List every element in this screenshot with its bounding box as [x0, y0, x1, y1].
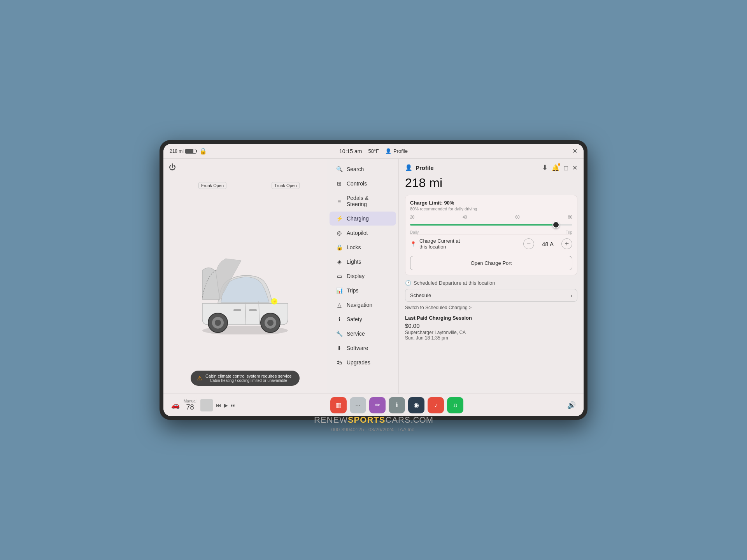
trunk-label: Trunk Open [272, 182, 300, 189]
decrease-current-button[interactable]: − [523, 238, 534, 249]
profile-display[interactable]: 👤 Profile [385, 148, 408, 154]
charge-current-text: Charge Current atthis location [419, 238, 460, 250]
menu-item-pedals[interactable]: ≡ Pedals & Steering [330, 191, 396, 211]
battery-fill [186, 149, 193, 153]
temp-display: 58°F [368, 148, 379, 154]
menu-item-safety[interactable]: ℹ Safety [330, 312, 396, 326]
pen-app-icon[interactable]: ✏ [369, 397, 386, 413]
watermark-cars: CARS [385, 415, 410, 425]
media-playback-controls: ⏮ ▶ ⏭ [216, 402, 236, 408]
menu-panel: 🔍 Search ⊞ Controls ≡ Pedals & Steering … [327, 159, 399, 394]
next-track-icon[interactable]: ⏭ [230, 402, 236, 408]
svg-point-8 [267, 320, 274, 326]
spotify-icon: ♫ [453, 402, 458, 409]
clock-icon: 🕐 [405, 280, 411, 286]
upgrades-icon: 🛍 [336, 359, 343, 366]
equalizer-app-icon[interactable]: ▦ [330, 397, 347, 413]
menu-item-service[interactable]: 🔧 Service [330, 327, 396, 341]
car-svg-container: ⚡ [183, 226, 307, 334]
slider-trip-label: Trip [566, 230, 572, 234]
close-panel-icon[interactable]: ✕ [572, 164, 577, 172]
profile-label: Profile [393, 148, 408, 154]
profile-menu-icon[interactable]: ◻ [563, 164, 568, 172]
slider-labels: 20 40 60 80 [410, 215, 572, 219]
battery-indicator: 218 mi [170, 149, 196, 154]
charge-limit-subtitle: 80% recommended for daily driving [410, 206, 572, 211]
profile-icons: ⬇ 🔔 ◻ ✕ [542, 163, 577, 172]
menu-label-search: Search [347, 166, 364, 172]
status-bar-right: ✕ [572, 147, 577, 155]
range-value: 218 mi [170, 149, 184, 154]
screen-frame: 218 mi 🔒 10:15 am 58°F 👤 Profile ✕ [160, 140, 587, 420]
volume-icon[interactable]: 🔊 [567, 401, 576, 410]
warning-icon: ⚠ [197, 374, 202, 382]
bell-icon[interactable]: 🔔 [552, 164, 559, 172]
search-icon: 🔍 [336, 166, 343, 172]
more-apps-icon[interactable]: ··· [350, 397, 366, 413]
navigation-icon: △ [336, 302, 343, 308]
music-app-icon[interactable]: ♪ [428, 397, 444, 413]
open-charge-port-button[interactable]: Open Charge Port [410, 256, 572, 270]
svg-point-5 [215, 320, 221, 326]
switch-charging-link[interactable]: Switch to Scheduled Charging > [405, 305, 577, 310]
close-button[interactable]: ✕ [572, 147, 577, 155]
menu-item-locks[interactable]: 🔒 Locks [330, 240, 396, 254]
menu-label-navigation: Navigation [347, 302, 372, 308]
menu-item-search[interactable]: 🔍 Search [330, 162, 396, 176]
slider-footnotes: Daily Trip [410, 230, 572, 234]
media-thumbnail [200, 399, 213, 411]
menu-item-display[interactable]: ▭ Display [330, 269, 396, 283]
temp-label: Manual [184, 399, 196, 403]
lights-icon: ◈ [336, 259, 343, 265]
menu-item-navigation[interactable]: △ Navigation [330, 298, 396, 312]
schedule-button-label: Schedule [410, 292, 431, 298]
last-session-date: Sun, Jun 18 1:35 pm [405, 335, 577, 341]
service-icon: 🔧 [336, 331, 343, 337]
info-app-icon[interactable]: ℹ [389, 397, 405, 413]
controls-icon: ⊞ [336, 180, 343, 187]
charge-location-icon: 📍 [410, 241, 416, 247]
prev-track-icon[interactable]: ⏮ [216, 402, 221, 408]
slider-thumb[interactable] [552, 221, 559, 228]
spotify-app-icon[interactable]: ♫ [447, 397, 463, 413]
scheduled-departure-label: Scheduled Departure at this location [414, 280, 495, 286]
last-session-amount: $0.00 [405, 322, 577, 329]
scheduled-departure-section: 🕐 Scheduled Departure at this location [405, 280, 577, 286]
menu-label-pedals: Pedals & Steering [347, 195, 390, 207]
bottom-bar: 🚗 Manual 78 ⏮ ▶ ⏭ ▦ [163, 394, 584, 416]
menu-label-service: Service [347, 331, 365, 337]
menu-label-safety: Safety [347, 316, 362, 322]
status-bar: 218 mi 🔒 10:15 am 58°F 👤 Profile ✕ [163, 144, 584, 159]
dots-icon: ··· [355, 402, 360, 409]
charge-slider[interactable] [410, 221, 572, 229]
download-icon[interactable]: ⬇ [542, 163, 548, 172]
menu-label-charging: Charging [347, 215, 369, 222]
menu-item-upgrades[interactable]: 🛍 Upgrades [330, 355, 396, 369]
equalizer-icon: ▦ [336, 401, 342, 409]
slider-daily-label: Daily [410, 230, 419, 234]
menu-item-software[interactable]: ⬇ Software [330, 341, 396, 355]
pen-icon: ✏ [375, 401, 380, 409]
menu-item-controls[interactable]: ⊞ Controls [330, 177, 396, 191]
face-app-icon[interactable]: ◉ [408, 397, 424, 413]
tesla-screen: 218 mi 🔒 10:15 am 58°F 👤 Profile ✕ [163, 144, 584, 416]
info-icon: ℹ [396, 401, 398, 409]
current-value: 48 A [538, 241, 558, 247]
menu-item-trips[interactable]: 📊 Trips [330, 284, 396, 298]
status-bar-center: 10:15 am 58°F 👤 Profile [339, 148, 408, 154]
charging-icon: ⚡ [336, 215, 343, 222]
play-pause-icon[interactable]: ▶ [224, 402, 228, 408]
autopilot-icon: ◎ [336, 230, 343, 236]
watermark-sub: 000-39040125 - 03/26/2024 - IAA Inc. [314, 427, 433, 432]
menu-item-autopilot[interactable]: ◎ Autopilot [330, 226, 396, 240]
menu-item-lights[interactable]: ◈ Lights [330, 255, 396, 269]
car-bottom-icon[interactable]: 🚗 [171, 401, 180, 410]
trips-icon: 📊 [336, 287, 343, 294]
schedule-button[interactable]: Schedule › [405, 289, 577, 302]
warning-title: Cabin climate control system requires se… [205, 374, 291, 378]
menu-label-lights: Lights [347, 259, 361, 265]
increase-current-button[interactable]: + [561, 238, 572, 249]
watermark: RENEWSPORTSCARS.COM 000-39040125 - 03/26… [314, 415, 433, 432]
main-content: ⏻ Frunk Open Trunk Open [163, 159, 584, 394]
menu-item-charging[interactable]: ⚡ Charging [330, 212, 396, 226]
